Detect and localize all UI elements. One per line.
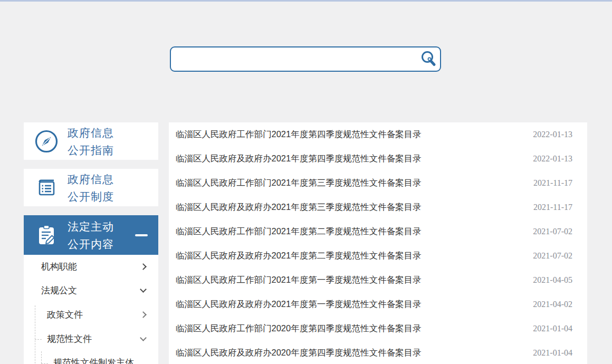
sidebar-item-label: 法定主动 公开内容 bbox=[68, 218, 114, 253]
list-item: 临淄区人民政府及政府办2020年度第四季度规范性文件备案目录 2021-01-0… bbox=[169, 341, 587, 364]
menu-item-label: 政策文件 bbox=[47, 309, 83, 321]
sidebar-item-statutory-disclosure[interactable]: 法定主动 公开内容 bbox=[24, 215, 158, 255]
document-link[interactable]: 临淄区人民政府及政府办2021年度第三季度规范性文件备案目录 bbox=[176, 202, 422, 213]
document-date: 2021-01-04 bbox=[533, 324, 572, 333]
document-date: 2021-11-17 bbox=[533, 178, 572, 188]
chevron-right-icon bbox=[140, 263, 147, 270]
list-item: 临淄区人民政府及政府办2021年度第二季度规范性文件备案目录 2021-07-0… bbox=[169, 244, 587, 268]
menu-item-normative-issuing-subject[interactable]: 规范性文件制发主体 bbox=[24, 351, 158, 364]
sidebar-item-label: 政府信息 公开指南 bbox=[68, 124, 114, 159]
document-date: 2021-07-02 bbox=[533, 251, 572, 261]
sidebar-item-label: 政府信息 公开制度 bbox=[68, 170, 114, 205]
document-list: 临淄区人民政府工作部门2021年度第四季度规范性文件备案目录 2022-01-1… bbox=[169, 122, 587, 364]
clipboard-pencil-icon bbox=[34, 223, 59, 248]
list-item: 临淄区人民政府工作部门2021年度第四季度规范性文件备案目录 2022-01-1… bbox=[169, 122, 587, 147]
search-icon bbox=[419, 50, 437, 69]
document-date: 2021-01-04 bbox=[533, 348, 572, 358]
sidebar-submenu: 机构职能 法规公文 政策文件 规范性文件 规范性文件制发主体 bbox=[24, 255, 158, 364]
top-border-strip bbox=[0, 0, 612, 2]
menu-item-organization-functions[interactable]: 机构职能 bbox=[24, 255, 158, 279]
search-box bbox=[170, 46, 441, 72]
chevron-down-icon bbox=[140, 334, 147, 341]
chevron-right-icon bbox=[140, 311, 147, 318]
menu-item-label: 规范性文件 bbox=[47, 333, 92, 345]
menu-item-policy-documents[interactable]: 政策文件 bbox=[24, 302, 158, 327]
list-item: 临淄区人民政府及政府办2021年度第四季度规范性文件备案目录 2022-01-1… bbox=[169, 147, 587, 171]
document-link[interactable]: 临淄区人民政府工作部门2021年度第三季度规范性文件备案目录 bbox=[176, 177, 422, 189]
document-link[interactable]: 临淄区人民政府及政府办2021年度第四季度规范性文件备案目录 bbox=[176, 153, 422, 165]
sidebar: 政府信息 公开指南 政府信息 公开制度 bbox=[24, 122, 158, 364]
list-item: 临淄区人民政府及政府办2021年度第一季度规范性文件备案目录 2021-04-0… bbox=[169, 292, 587, 317]
sidebar-item-gov-info-system[interactable]: 政府信息 公开制度 bbox=[24, 169, 158, 206]
menu-item-label: 机构职能 bbox=[41, 261, 77, 273]
document-date: 2021-07-02 bbox=[533, 227, 572, 236]
document-date: 2021-04-05 bbox=[533, 275, 572, 285]
search-bar bbox=[170, 46, 441, 72]
document-date: 2022-01-13 bbox=[533, 154, 572, 164]
document-link[interactable]: 临淄区人民政府及政府办2021年度第一季度规范性文件备案目录 bbox=[176, 299, 422, 310]
menu-item-regulations-documents[interactable]: 法规公文 bbox=[24, 279, 158, 302]
list-item: 临淄区人民政府工作部门2021年度第三季度规范性文件备案目录 2021-11-1… bbox=[169, 171, 587, 195]
list-item: 临淄区人民政府及政府办2021年度第三季度规范性文件备案目录 2021-11-1… bbox=[169, 195, 587, 219]
list-item: 临淄区人民政府工作部门2021年度第二季度规范性文件备案目录 2021-07-0… bbox=[169, 219, 587, 244]
document-link[interactable]: 临淄区人民政府工作部门2021年度第四季度规范性文件备案目录 bbox=[176, 129, 422, 140]
menu-item-label: 法规公文 bbox=[41, 284, 77, 296]
document-date: 2021-04-02 bbox=[533, 300, 572, 309]
list-item: 临淄区人民政府工作部门2020年度第四季度规范性文件备案目录 2021-01-0… bbox=[169, 317, 587, 341]
list-item: 临淄区人民政府工作部门2021年度第一季度规范性文件备案目录 2021-04-0… bbox=[169, 268, 587, 292]
sidebar-item-gov-info-guide[interactable]: 政府信息 公开指南 bbox=[24, 122, 158, 160]
compass-icon bbox=[34, 129, 59, 154]
document-link[interactable]: 临淄区人民政府工作部门2021年度第一季度规范性文件备案目录 bbox=[176, 274, 422, 286]
document-link[interactable]: 临淄区人民政府及政府办2020年度第四季度规范性文件备案目录 bbox=[176, 347, 422, 359]
collapse-minus-icon[interactable] bbox=[135, 234, 148, 236]
document-list-icon bbox=[34, 175, 59, 200]
search-input[interactable] bbox=[171, 47, 417, 71]
menu-item-label: 规范性文件制发主体 bbox=[53, 357, 134, 364]
menu-item-normative-documents[interactable]: 规范性文件 bbox=[24, 327, 158, 351]
chevron-down-icon bbox=[140, 286, 147, 293]
document-date: 2021-11-17 bbox=[533, 203, 572, 212]
search-button[interactable] bbox=[417, 47, 440, 71]
document-link[interactable]: 临淄区人民政府工作部门2020年度第四季度规范性文件备案目录 bbox=[176, 323, 422, 334]
document-link[interactable]: 临淄区人民政府及政府办2021年度第二季度规范性文件备案目录 bbox=[176, 250, 422, 262]
document-link[interactable]: 临淄区人民政府工作部门2021年度第二季度规范性文件备案目录 bbox=[176, 226, 422, 237]
document-date: 2022-01-13 bbox=[533, 130, 572, 139]
